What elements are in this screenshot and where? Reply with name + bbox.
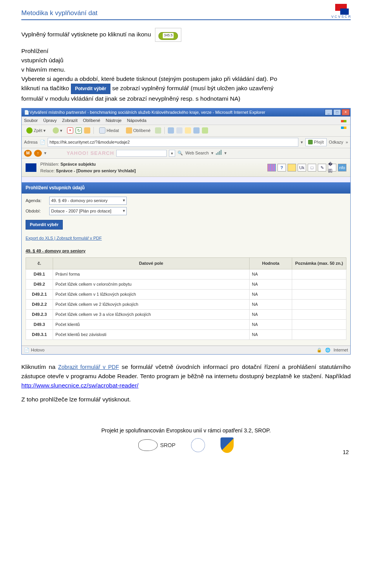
forward-button[interactable]: ▾ (50, 126, 65, 135)
home-icon[interactable] (84, 127, 90, 134)
signal-icon (216, 150, 222, 157)
yahoo-logo: YAHOO! SEARCH (67, 149, 114, 157)
app-icon-menu[interactable] (267, 164, 276, 171)
pdf-link-inline[interactable]: Zobrazit formulář v PDF (58, 364, 119, 370)
relace-value: Správce - [Domov pro seniory Vrchlabí] (56, 168, 136, 173)
menu-soubor[interactable]: Soubor (24, 117, 38, 124)
slunecnice-link[interactable]: http://www.slunecnice.cz/sw/acrobat-read… (21, 382, 138, 389)
stop-icon[interactable]: × (67, 127, 73, 134)
menu-oblibene[interactable]: Oblíbené (83, 117, 100, 124)
globe-icon: 🌐 (325, 347, 331, 353)
cell-field: Počet lůžek celkem v celoročním pobytu (53, 279, 250, 290)
cell-code: D49.2.2 (26, 300, 53, 310)
cell-code: D49.2.3 (26, 310, 53, 320)
minimize-button[interactable]: _ (325, 109, 332, 115)
cell-note (292, 290, 346, 300)
search-button[interactable]: Hledat (97, 126, 121, 135)
yahoo-search-dropdown[interactable]: ▾ (169, 150, 175, 157)
page-number: 12 (343, 449, 349, 455)
relace-label: Relace: (40, 168, 55, 173)
app-icon-edit[interactable]: ✎ (318, 164, 326, 171)
links-label[interactable]: Odkazy (329, 139, 343, 146)
cell-field: Počet klientů bez závislosti (53, 330, 250, 340)
cell-value: NA (250, 300, 292, 310)
star-icon (126, 127, 132, 134)
data-table: č. Datové pole Hodnota Poznámka (max. 50… (26, 257, 346, 340)
menu-nastroje[interactable]: Nástroje (106, 117, 122, 124)
app-icon-note[interactable] (288, 164, 296, 171)
app-icon-info[interactable]: nfo (338, 164, 346, 171)
icon-badge-value: 345.5 (163, 33, 174, 38)
prohlizeni-icon[interactable]: 345.5 (155, 28, 182, 42)
table-row: D49.2.3Počet lůžek celkem ve 3 a více lů… (26, 310, 346, 320)
icon-caption-l1: Prohlížení (21, 48, 48, 54)
menu-napoveda[interactable]: Nápověda (127, 117, 146, 124)
cell-value: NA (250, 269, 292, 279)
app-icon-help[interactable]: ? (277, 164, 286, 171)
edit-icon[interactable] (185, 127, 191, 134)
app-toolbar-icons: ? Uk □ ✎ �図 nfo (267, 164, 346, 171)
back-icon (26, 127, 33, 134)
th-code: č. (26, 257, 53, 269)
table-row: D49.3.1Počet klientů bez závislostiNA (26, 330, 346, 340)
messenger-icon[interactable] (202, 127, 208, 134)
login-label: Přihlášen: (40, 162, 59, 166)
ie-toolbar: Zpět ▾ ▾ × ↻ Hledat Oblíbené (22, 125, 350, 137)
app-icon-uk[interactable]: Uk (298, 164, 306, 171)
app-icon-square[interactable]: □ (308, 164, 316, 171)
page-header: Metodika k vyplňování dat V C V S Č R (0, 0, 372, 19)
th-field: Datové pole (53, 257, 250, 269)
address-input[interactable]: https://hk.securitynet.cz/?&module=udaje… (48, 138, 298, 147)
yahoo-m-icon[interactable]: M (24, 150, 32, 157)
go-button[interactable]: Přejít (305, 138, 327, 146)
cell-note (292, 320, 346, 330)
eu-stars-logo (191, 438, 205, 452)
yahoo-up-icon[interactable]: ↑ (34, 150, 42, 157)
menu-bar: Soubor Úpravy Zobrazit Oblíbené Nástroje… (22, 117, 350, 125)
th-value: Hodnota (250, 257, 292, 269)
maximize-button[interactable]: □ (333, 109, 341, 115)
document-body: Vyplněný formulář vytisknete po kliknutí… (0, 28, 372, 404)
window-title: Vytváření místního partnerství - benchma… (29, 109, 325, 116)
go-arrow-icon (308, 140, 313, 144)
web-search-label[interactable]: Web Search (185, 150, 208, 156)
confirm-button[interactable]: Potvrdit výběr (26, 220, 63, 230)
th-note: Poznámka (max. 50 zn.) (292, 257, 346, 269)
menu-upravy[interactable]: Úpravy (43, 117, 57, 124)
potvrdit-button-inline[interactable]: Potvrdit výběr (71, 84, 111, 94)
cell-code: D49.2 (26, 279, 53, 290)
yahoo-search-input[interactable] (116, 150, 167, 157)
cell-note (292, 269, 346, 279)
mail-icon[interactable] (168, 127, 174, 134)
cell-field: Počet lůžek celkem ve 3 a více lůžkových… (53, 310, 250, 320)
paragraph-4: Z toho prohlížeče lze formulář vytisknou… (21, 395, 351, 404)
cell-field: Počet lůžek celkem v 1 lůžkových pokojíc… (53, 290, 250, 300)
export-xls-link[interactable]: Export do XLS (26, 236, 53, 240)
agenda-select[interactable]: 49. § 49 - domovy pro seniory (49, 197, 127, 205)
favorites-button[interactable]: Oblíbené (124, 126, 153, 135)
cell-value: NA (250, 279, 292, 290)
menu-zobrazit[interactable]: Zobrazit (62, 117, 78, 124)
cell-code: D49.1 (26, 269, 53, 279)
table-row: D49.2.1Počet lůžek celkem v 1 lůžkových … (26, 290, 346, 300)
pdf-link[interactable]: Zobrazit formulář v PDF (57, 236, 102, 240)
login-value: Správce subjektu (60, 162, 96, 166)
back-button[interactable]: Zpět ▾ (24, 126, 48, 135)
refresh-icon[interactable]: ↻ (76, 127, 82, 134)
page-icon: 📄 (40, 139, 45, 146)
obdobi-select[interactable]: Dotace - 2007 [Plán pro dotace] (49, 207, 127, 215)
window-titlebar: 📄 Vytváření místního partnerství - bench… (22, 108, 350, 117)
cell-note (292, 300, 346, 310)
cell-field: Právní forma (53, 269, 250, 279)
history-icon[interactable] (155, 127, 161, 134)
forward-icon (53, 127, 59, 134)
p1-text-a: Vyplněný formulář vytisknete po kliknutí… (21, 31, 151, 38)
cell-code: D49.3 (26, 320, 53, 330)
vcvs-caption: V C V S Č R (331, 15, 351, 19)
print-icon[interactable] (176, 127, 183, 134)
app-header: Přihlášen: Správce subjektu Relace: Sprá… (22, 159, 350, 177)
close-button[interactable]: × (342, 109, 350, 115)
discuss-icon[interactable] (193, 127, 200, 134)
app-icon-x[interactable]: �図 (328, 164, 336, 171)
status-page-icon: 📄 (24, 347, 29, 353)
